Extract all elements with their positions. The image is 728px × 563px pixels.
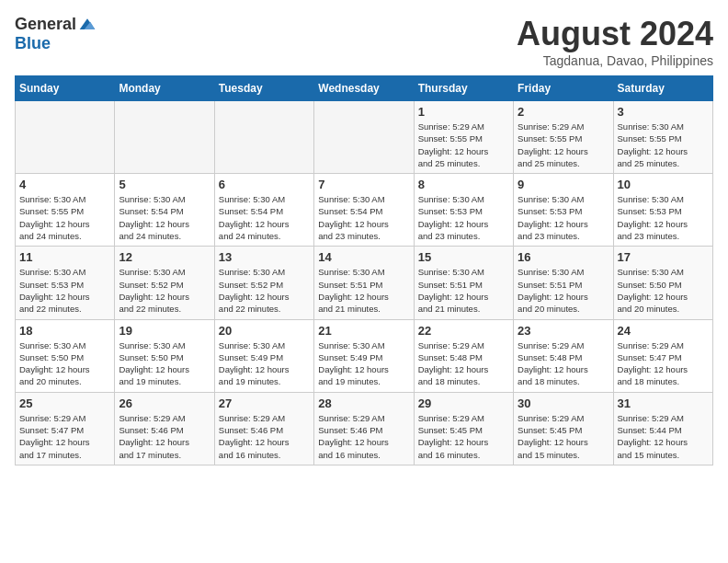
cell-date: 29 [418,396,509,410]
logo-blue: Blue [15,34,51,53]
cell-date: 21 [318,324,409,338]
calendar-header-row: SundayMondayTuesdayWednesdayThursdayFrid… [16,76,713,101]
calendar-week-2: 4Sunrise: 5:30 AM Sunset: 5:55 PM Daylig… [16,174,713,247]
calendar-cell: 24Sunrise: 5:29 AM Sunset: 5:47 PM Dayli… [613,319,712,392]
calendar-cell: 18Sunrise: 5:30 AM Sunset: 5:50 PM Dayli… [16,319,115,392]
cell-info: Sunrise: 5:30 AM Sunset: 5:54 PM Dayligh… [318,193,409,242]
calendar-cell: 26Sunrise: 5:29 AM Sunset: 5:46 PM Dayli… [115,392,214,465]
calendar-cell: 2Sunrise: 5:29 AM Sunset: 5:55 PM Daylig… [514,101,613,174]
calendar-cell: 9Sunrise: 5:30 AM Sunset: 5:53 PM Daylig… [514,174,613,247]
cell-info: Sunrise: 5:30 AM Sunset: 5:51 PM Dayligh… [418,266,509,315]
calendar-cell: 4Sunrise: 5:30 AM Sunset: 5:55 PM Daylig… [16,174,115,247]
day-header-saturday: Saturday [613,76,712,101]
cell-info: Sunrise: 5:30 AM Sunset: 5:50 PM Dayligh… [119,339,210,388]
cell-date: 31 [618,396,709,410]
day-header-sunday: Sunday [16,76,115,101]
cell-info: Sunrise: 5:29 AM Sunset: 5:45 PM Dayligh… [518,412,609,461]
cell-date: 22 [418,324,509,338]
cell-info: Sunrise: 5:30 AM Sunset: 5:49 PM Dayligh… [318,339,409,388]
cell-info: Sunrise: 5:30 AM Sunset: 5:54 PM Dayligh… [119,193,210,242]
calendar-cell: 7Sunrise: 5:30 AM Sunset: 5:54 PM Daylig… [314,174,414,247]
cell-info: Sunrise: 5:30 AM Sunset: 5:53 PM Dayligh… [418,193,509,242]
cell-info: Sunrise: 5:30 AM Sunset: 5:49 PM Dayligh… [219,339,310,388]
calendar-cell: 11Sunrise: 5:30 AM Sunset: 5:53 PM Dayli… [16,247,115,319]
cell-date: 20 [219,324,310,338]
title-section: August 2024 Tagdanua, Davao, Philippines [517,15,713,68]
logo-general: General [15,15,76,34]
calendar-cell [115,101,214,174]
cell-date: 12 [119,250,210,264]
cell-info: Sunrise: 5:30 AM Sunset: 5:52 PM Dayligh… [119,266,210,315]
calendar-week-5: 25Sunrise: 5:29 AM Sunset: 5:47 PM Dayli… [16,392,713,465]
calendar-cell: 12Sunrise: 5:30 AM Sunset: 5:52 PM Dayli… [115,247,214,319]
calendar-cell: 20Sunrise: 5:30 AM Sunset: 5:49 PM Dayli… [214,319,313,392]
cell-date: 18 [19,324,110,338]
cell-info: Sunrise: 5:30 AM Sunset: 5:53 PM Dayligh… [518,193,609,242]
calendar-week-1: 1Sunrise: 5:29 AM Sunset: 5:55 PM Daylig… [16,101,713,174]
calendar-table: SundayMondayTuesdayWednesdayThursdayFrid… [15,75,713,465]
calendar-cell: 28Sunrise: 5:29 AM Sunset: 5:46 PM Dayli… [314,392,414,465]
calendar-cell: 8Sunrise: 5:30 AM Sunset: 5:53 PM Daylig… [414,174,513,247]
cell-info: Sunrise: 5:29 AM Sunset: 5:47 PM Dayligh… [618,339,709,388]
calendar-cell: 27Sunrise: 5:29 AM Sunset: 5:46 PM Dayli… [214,392,313,465]
month-title: August 2024 [517,15,713,53]
cell-date: 7 [318,178,409,191]
cell-info: Sunrise: 5:30 AM Sunset: 5:55 PM Dayligh… [19,193,110,242]
calendar-cell: 1Sunrise: 5:29 AM Sunset: 5:55 PM Daylig… [414,101,513,174]
cell-info: Sunrise: 5:29 AM Sunset: 5:46 PM Dayligh… [119,412,210,461]
cell-date: 4 [19,178,110,191]
calendar-cell [314,101,414,174]
cell-date: 24 [618,324,709,338]
calendar-cell: 13Sunrise: 5:30 AM Sunset: 5:52 PM Dayli… [214,247,313,319]
calendar-cell: 22Sunrise: 5:29 AM Sunset: 5:48 PM Dayli… [414,319,513,392]
cell-date: 19 [119,324,210,338]
cell-date: 9 [518,178,609,191]
location-title: Tagdanua, Davao, Philippines [517,53,713,68]
calendar-cell: 19Sunrise: 5:30 AM Sunset: 5:50 PM Dayli… [115,319,214,392]
cell-info: Sunrise: 5:30 AM Sunset: 5:52 PM Dayligh… [219,266,310,315]
calendar-cell: 14Sunrise: 5:30 AM Sunset: 5:51 PM Dayli… [314,247,414,319]
cell-info: Sunrise: 5:29 AM Sunset: 5:45 PM Dayligh… [418,412,509,461]
calendar-cell: 10Sunrise: 5:30 AM Sunset: 5:53 PM Dayli… [613,174,712,247]
cell-date: 14 [318,250,409,264]
cell-date: 28 [318,396,409,410]
cell-info: Sunrise: 5:29 AM Sunset: 5:48 PM Dayligh… [518,339,609,388]
cell-date: 30 [518,396,609,410]
cell-info: Sunrise: 5:30 AM Sunset: 5:54 PM Dayligh… [219,193,310,242]
cell-date: 13 [219,250,310,264]
logo-icon [78,16,97,34]
cell-date: 6 [219,178,310,191]
calendar-cell: 21Sunrise: 5:30 AM Sunset: 5:49 PM Dayli… [314,319,414,392]
day-header-friday: Friday [514,76,613,101]
day-header-wednesday: Wednesday [314,76,414,101]
cell-info: Sunrise: 5:30 AM Sunset: 5:51 PM Dayligh… [318,266,409,315]
cell-info: Sunrise: 5:29 AM Sunset: 5:46 PM Dayligh… [318,412,409,461]
cell-info: Sunrise: 5:30 AM Sunset: 5:50 PM Dayligh… [19,339,110,388]
cell-date: 10 [618,178,709,191]
calendar-cell [16,101,115,174]
calendar-cell: 17Sunrise: 5:30 AM Sunset: 5:50 PM Dayli… [613,247,712,319]
day-header-tuesday: Tuesday [214,76,313,101]
cell-date: 11 [19,250,110,264]
page-header: General Blue August 2024 Tagdanua, Davao… [15,15,713,68]
calendar-cell: 31Sunrise: 5:29 AM Sunset: 5:44 PM Dayli… [613,392,712,465]
calendar-cell: 16Sunrise: 5:30 AM Sunset: 5:51 PM Dayli… [514,247,613,319]
calendar-cell: 23Sunrise: 5:29 AM Sunset: 5:48 PM Dayli… [514,319,613,392]
calendar-cell: 25Sunrise: 5:29 AM Sunset: 5:47 PM Dayli… [16,392,115,465]
cell-info: Sunrise: 5:29 AM Sunset: 5:44 PM Dayligh… [618,412,709,461]
cell-date: 15 [418,250,509,264]
cell-date: 26 [119,396,210,410]
cell-date: 17 [618,250,709,264]
cell-info: Sunrise: 5:30 AM Sunset: 5:55 PM Dayligh… [618,121,709,169]
cell-date: 27 [219,396,310,410]
cell-date: 5 [119,178,210,191]
cell-info: Sunrise: 5:29 AM Sunset: 5:55 PM Dayligh… [518,121,609,169]
day-header-thursday: Thursday [414,76,513,101]
cell-date: 25 [19,396,110,410]
cell-info: Sunrise: 5:29 AM Sunset: 5:46 PM Dayligh… [219,412,310,461]
calendar-week-3: 11Sunrise: 5:30 AM Sunset: 5:53 PM Dayli… [16,247,713,319]
cell-info: Sunrise: 5:29 AM Sunset: 5:48 PM Dayligh… [418,339,509,388]
cell-info: Sunrise: 5:29 AM Sunset: 5:47 PM Dayligh… [19,412,110,461]
calendar-cell: 6Sunrise: 5:30 AM Sunset: 5:54 PM Daylig… [214,174,313,247]
calendar-cell: 5Sunrise: 5:30 AM Sunset: 5:54 PM Daylig… [115,174,214,247]
